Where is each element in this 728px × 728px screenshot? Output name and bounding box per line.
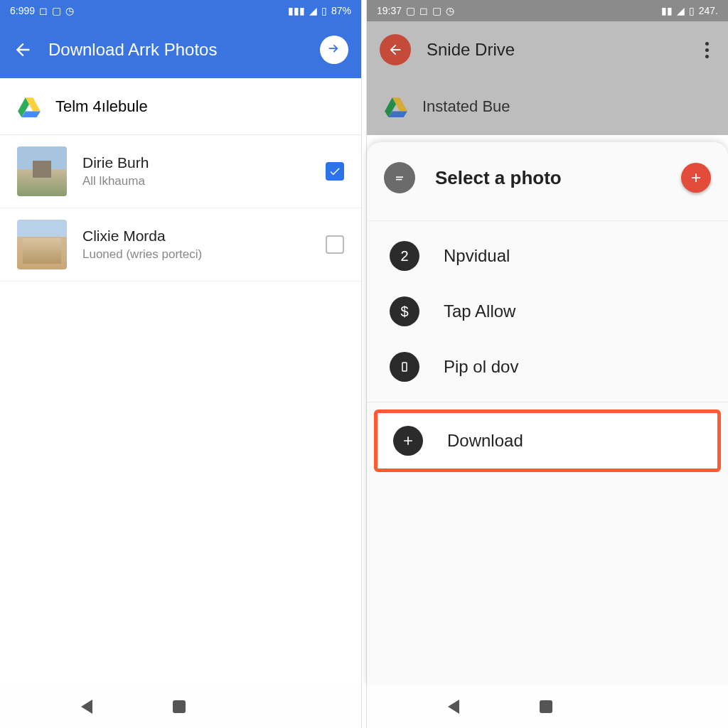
photo-thumbnail: [17, 146, 67, 196]
sheet-item[interactable]: $ Tap Allow: [367, 284, 728, 339]
file-row[interactable]: Dirie Burh All lkhauma: [0, 135, 361, 208]
battery-icon: ▯: [321, 5, 327, 16]
nav-home-icon[interactable]: [540, 700, 552, 713]
status-time: 6:999: [10, 5, 35, 16]
signal-icon: ▮▮▮: [288, 5, 305, 16]
battery-icon: ▯: [689, 5, 695, 16]
screen-left: 6:999 ◻ ▢ ◷ ▮▮▮ ◢ ▯ 87% Download Arrk Ph…: [0, 0, 361, 728]
nav-back-icon[interactable]: [448, 700, 459, 714]
download-highlight: Download: [374, 410, 721, 472]
status-app-icon: ◻: [419, 5, 428, 16]
folder-row-left[interactable]: Telm 4ılebule: [0, 78, 361, 135]
photo-thumbnail: [17, 220, 67, 269]
status-battery: 247.: [699, 5, 718, 16]
file-checkbox-unchecked[interactable]: [326, 235, 344, 254]
file-subtitle: Luoned (wries porteci): [82, 247, 326, 262]
folder-name: Telm 4ılebule: [55, 97, 148, 116]
sheet-list: 2 Npvidual $ Tap Allow Pip ol dov: [367, 220, 728, 402]
sheet-item[interactable]: 2 Npvidual: [367, 228, 728, 284]
drive-icon: [17, 96, 41, 117]
back-arrow-icon: [387, 42, 403, 58]
svg-rect-8: [402, 363, 407, 371]
status-app-icon: ◻: [39, 5, 48, 16]
sheet-item-label: Tap Allow: [444, 301, 515, 321]
svg-rect-7: [396, 179, 402, 181]
download-button[interactable]: Download: [378, 413, 717, 469]
step-badge: [390, 352, 419, 382]
appbar-right: Snide Drive: [367, 21, 728, 78]
sync-button[interactable]: [320, 36, 348, 64]
signal-icon: ◢: [677, 5, 685, 16]
sheet-header: Select a photo +: [367, 142, 728, 213]
status-app-icon: ▢: [406, 5, 415, 16]
step-badge: 2: [390, 241, 419, 271]
overflow-menu-icon[interactable]: [698, 42, 715, 58]
status-battery: 87%: [331, 5, 351, 16]
bottom-sheet: Select a photo + 2 Npvidual $ Tap Allow …: [367, 142, 728, 685]
sheet-title: Select a photo: [435, 167, 681, 189]
file-title: Dirie Burh: [82, 154, 326, 171]
svg-rect-6: [396, 176, 403, 178]
status-bar-right: 19:37 ▢ ◻ ▢ ◷ ▮▮ ◢ ▯ 247.: [367, 0, 728, 21]
screen-right: 19:37 ▢ ◻ ▢ ◷ ▮▮ ◢ ▯ 247. Snide Drive In…: [367, 0, 728, 728]
navbar-left: [0, 685, 361, 728]
folder-name-right: Instated Bue: [422, 97, 510, 116]
status-app-icon: ▢: [432, 5, 441, 16]
folder-row-right: Instated Bue: [367, 78, 728, 135]
plus-circle-icon: [393, 426, 423, 456]
navbar-right: [367, 685, 728, 728]
status-clock-icon: ◷: [446, 5, 454, 16]
sync-icon: [326, 42, 342, 58]
nav-back-icon[interactable]: [81, 700, 92, 714]
wifi-icon: ◢: [309, 5, 317, 16]
status-clock-icon: ◷: [65, 5, 74, 16]
sheet-item-label: Pip ol dov: [444, 357, 518, 377]
back-arrow-icon[interactable]: [13, 40, 33, 60]
signal-icon: ▮▮: [661, 5, 673, 16]
file-title: Clixie Morda: [82, 228, 326, 245]
add-button[interactable]: +: [681, 163, 711, 193]
sheet-avatar-icon: [384, 162, 415, 193]
check-icon: [328, 165, 341, 178]
status-app-icon: ▢: [52, 5, 61, 16]
phone-icon: [398, 360, 411, 373]
file-checkbox-checked[interactable]: [326, 162, 344, 181]
back-button-red[interactable]: [380, 34, 411, 65]
screen-divider: [361, 0, 367, 728]
sheet-item[interactable]: Pip ol dov: [367, 339, 728, 395]
file-subtitle: All lkhauma: [82, 174, 326, 188]
plus-icon: +: [691, 168, 701, 188]
appbar-left: Download Arrk Photos: [0, 21, 361, 78]
status-time: 19:37: [377, 5, 402, 16]
file-row[interactable]: Clixie Morda Luoned (wries porteci): [0, 208, 361, 282]
download-label: Download: [447, 431, 523, 451]
status-bar-left: 6:999 ◻ ▢ ◷ ▮▮▮ ◢ ▯ 87%: [0, 0, 361, 21]
nav-home-icon[interactable]: [173, 700, 186, 713]
drive-icon: [384, 96, 408, 117]
appbar-title-right: Snide Drive: [427, 40, 698, 60]
appbar-title: Download Arrk Photos: [48, 40, 320, 60]
step-badge: $: [390, 296, 419, 326]
sheet-item-label: Npvidual: [444, 246, 510, 266]
